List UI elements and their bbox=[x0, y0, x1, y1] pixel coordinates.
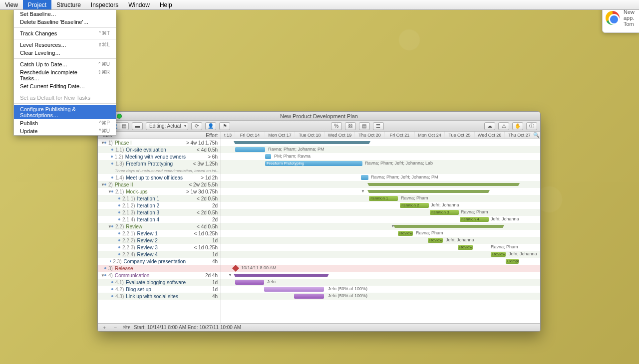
task-row[interactable]: 2.1.1)Iteration 1< 2d 0.5h bbox=[98, 195, 221, 202]
help-icon[interactable]: ✋ bbox=[512, 122, 523, 130]
window-titlebar[interactable]: New Product Development Plan bbox=[98, 112, 540, 121]
task-row[interactable]: 2.2.2)Review 21d bbox=[98, 237, 221, 244]
task-row[interactable]: 2.1.4)Iteration 42d bbox=[98, 216, 221, 223]
gantt-chart[interactable]: t 13Fri Oct 14Mon Oct 17Tue Oct 18Wed Oc… bbox=[221, 132, 540, 323]
print-icon[interactable]: ▤ bbox=[359, 122, 370, 130]
gantt-row[interactable]: Iteration 1Ravna; Pham bbox=[221, 195, 540, 202]
warning-icon[interactable]: ⚠ bbox=[498, 122, 509, 130]
task-row[interactable]: 2.3)Company-wide presentation4h bbox=[98, 258, 221, 265]
menu-item[interactable]: Update^⌘U bbox=[14, 127, 116, 135]
menu-window[interactable]: Window bbox=[123, 0, 155, 9]
task-bar[interactable]: Review bbox=[398, 231, 413, 236]
gantt-row[interactable]: Iteration 4Jefri; Johanna bbox=[221, 216, 540, 223]
task-row[interactable]: 2.2.3)Review 3< 1d 0.25h bbox=[98, 244, 221, 251]
columns-icon[interactable]: ☰ bbox=[373, 122, 384, 130]
timeline-day[interactable]: Wed Oct 26 bbox=[475, 132, 505, 139]
inspector-icon[interactable]: ⓘ bbox=[526, 122, 537, 130]
timeline-day[interactable]: t 13 bbox=[221, 132, 235, 139]
task-bar[interactable] bbox=[235, 280, 264, 285]
task-bar[interactable]: Iteration 2 bbox=[400, 203, 429, 208]
gantt-row[interactable]: Ravna; Pham; Johanna; PM bbox=[221, 146, 540, 153]
task-row[interactable]: 2.2.1)Review 1< 1d 0.25h bbox=[98, 230, 221, 237]
task-bar[interactable]: Iteration 4 bbox=[460, 217, 489, 222]
menu-help[interactable]: Help bbox=[155, 0, 177, 9]
task-row[interactable]: 4.2)Blog set-up1d bbox=[98, 286, 221, 293]
menu-item[interactable]: Catch Up to Date…⌃⌘U bbox=[14, 60, 116, 68]
milestone-diamond[interactable] bbox=[232, 265, 239, 272]
gantt-row[interactable]: PM; Pham; Ravna bbox=[221, 153, 540, 160]
gantt-timeline-header[interactable]: t 13Fri Oct 14Mon Oct 17Tue Oct 18Wed Oc… bbox=[221, 132, 540, 139]
gantt-row[interactable]: Freeform PrototypingRavna; Pham; Jefri; … bbox=[221, 160, 540, 167]
catch-up-icon[interactable]: ⟳ bbox=[191, 122, 202, 130]
menu-item[interactable]: Track Changes⌃⌘T bbox=[14, 29, 116, 37]
disclosure-triangle[interactable]: ▼ bbox=[101, 182, 104, 187]
task-row[interactable]: 4.3)Link up with social sites4h bbox=[98, 293, 221, 300]
publish-icon[interactable]: ☁ bbox=[484, 122, 495, 130]
task-row[interactable]: 2.2.4)Review 41d bbox=[98, 251, 221, 258]
task-row[interactable]: 2.1.3)Iteration 3< 2d 0.5h bbox=[98, 209, 221, 216]
timeline-day[interactable]: Tue Oct 18 bbox=[295, 132, 325, 139]
task-row[interactable]: Three days of unstructured experimentati… bbox=[98, 167, 221, 174]
task-bar[interactable]: Review bbox=[491, 252, 506, 257]
menu-item[interactable]: Clear Leveling… bbox=[14, 49, 116, 57]
task-row[interactable]: ▼4)Communication2d 4h bbox=[98, 272, 221, 279]
chain-icon[interactable]: ⛓ bbox=[345, 122, 356, 130]
task-bar[interactable]: Freeform Prototyping bbox=[265, 161, 362, 166]
task-bar[interactable] bbox=[265, 154, 271, 159]
menu-item[interactable]: Delete Baseline 'Baseline'… bbox=[14, 18, 116, 26]
timeline-day[interactable]: Tue Oct 25 bbox=[445, 132, 475, 139]
gantt-row[interactable]: 10/14/11 8:00 AM bbox=[221, 265, 540, 272]
task-bar[interactable]: Iteration 1 bbox=[369, 196, 398, 201]
project-menu-dropdown[interactable]: Set Baseline…Delete Baseline 'Baseline'…… bbox=[13, 10, 116, 136]
task-row[interactable]: 1.2)Meeting with venue owners> 6h bbox=[98, 153, 221, 160]
timeline-day[interactable]: Wed Oct 19 bbox=[325, 132, 355, 139]
gantt-row[interactable]: ▼ bbox=[221, 272, 540, 279]
gantt-row[interactable]: ▼ bbox=[221, 188, 540, 195]
task-row[interactable]: 2.1.2)Iteration 22d bbox=[98, 202, 221, 209]
gantt-row[interactable]: ReviewJefri; Johanna bbox=[221, 237, 540, 244]
task-bar[interactable]: Iteration 3 bbox=[430, 210, 459, 215]
timeline-day[interactable]: Thu Oct 20 bbox=[355, 132, 385, 139]
disclosure-triangle[interactable]: ▼ bbox=[108, 224, 111, 229]
editing-mode-dropdown[interactable]: Editing: Actual bbox=[146, 122, 188, 130]
timeline-day[interactable]: Thu Oct 27 bbox=[505, 132, 535, 139]
action-menu-button[interactable]: ✲▾ bbox=[123, 325, 130, 331]
task-row[interactable]: ▼2.2)Review< 4d 0.5h bbox=[98, 223, 221, 230]
task-row[interactable]: 4.1)Evaluate blogging software1d bbox=[98, 279, 221, 286]
menubar[interactable]: ViewProjectStructureInspectorsWindowHelp bbox=[0, 0, 639, 10]
task-row[interactable]: 1.4)Meet up to show off ideas> 1d 2h bbox=[98, 174, 221, 181]
gantt-row[interactable]: ReviewRavna; Pham bbox=[221, 244, 540, 251]
task-row[interactable]: 3)Release bbox=[98, 265, 221, 272]
menu-item[interactable]: Set Baseline… bbox=[14, 10, 116, 18]
task-bar[interactable]: Review bbox=[428, 238, 443, 243]
summary-bar[interactable] bbox=[235, 141, 369, 144]
task-row[interactable]: ▼2.1)Mock-ups> 1w 3d 0.75h bbox=[98, 188, 221, 195]
gantt-row[interactable]: Jefri (50% of 100%) bbox=[221, 286, 540, 293]
add-task-button[interactable]: + bbox=[101, 325, 108, 331]
summary-bar[interactable] bbox=[395, 225, 503, 228]
disclosure-triangle[interactable]: ▼ bbox=[101, 141, 104, 145]
baseline-icon[interactable]: % bbox=[331, 122, 342, 130]
menu-item[interactable]: Configure Publishing & Subscriptions… bbox=[14, 105, 116, 119]
gantt-row[interactable] bbox=[221, 167, 540, 174]
summary-bar[interactable] bbox=[369, 183, 518, 186]
menu-structure[interactable]: Structure bbox=[51, 0, 86, 9]
task-row[interactable]: ▼2)Phase II< 2w 2d 5.5h bbox=[98, 181, 221, 188]
gantt-row[interactable]: Compa bbox=[221, 258, 540, 265]
task-bar[interactable] bbox=[361, 175, 368, 180]
task-outline[interactable]: Task Effort ▼1)Phase I> 4w 1d 1.75h1.1)O… bbox=[98, 132, 221, 323]
task-bar[interactable] bbox=[235, 147, 265, 152]
search-icon[interactable]: 🔍 bbox=[533, 132, 539, 138]
gantt-row[interactable] bbox=[221, 181, 540, 188]
menu-item[interactable]: Set Current Editing Date… bbox=[14, 82, 116, 90]
gantt-row[interactable]: Iteration 3Ravna; Pham bbox=[221, 209, 540, 216]
task-row[interactable]: 1.1)On-site evaluation< 4d 0.5h bbox=[98, 146, 221, 153]
summary-bar[interactable] bbox=[235, 274, 327, 277]
task-row[interactable]: 1.3)Freeform Prototyping< 3w 1.25h bbox=[98, 160, 221, 167]
task-bar[interactable] bbox=[294, 294, 324, 299]
gantt-row[interactable] bbox=[221, 139, 540, 146]
timeline-day[interactable]: Mon Oct 24 bbox=[415, 132, 445, 139]
rollup-toggle[interactable]: ▼ bbox=[361, 189, 365, 193]
task-bar[interactable] bbox=[264, 287, 324, 292]
rollup-toggle[interactable]: ▼ bbox=[228, 273, 232, 277]
